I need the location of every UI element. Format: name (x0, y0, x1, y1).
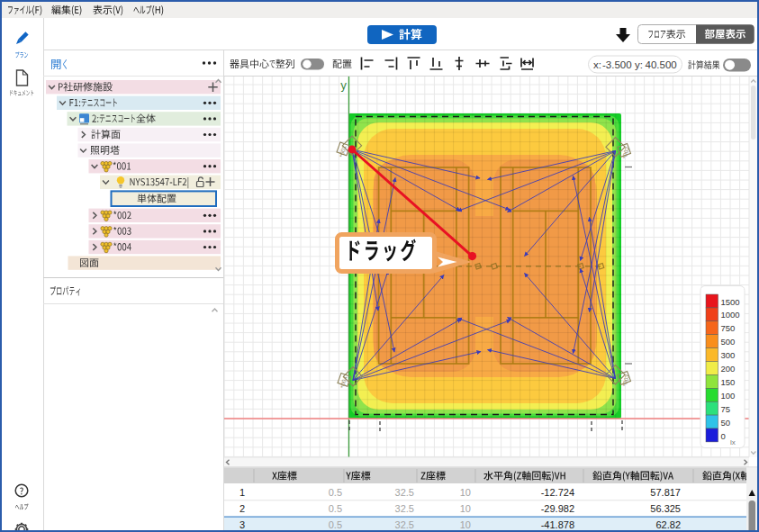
svg-text:0.5: 0.5 (329, 503, 342, 514)
svg-text:10: 10 (460, 519, 471, 530)
svg-text:40.500: 40.500 (646, 59, 677, 70)
svg-text:32.5: 32.5 (395, 503, 414, 514)
svg-text:y: y (340, 80, 347, 93)
svg-text:150: 150 (721, 377, 736, 387)
svg-text:x:: x: (593, 59, 601, 70)
svg-text:0.5: 0.5 (329, 487, 342, 498)
svg-text:1500: 1500 (721, 297, 740, 307)
svg-text:75: 75 (721, 404, 731, 414)
svg-text:100: 100 (721, 391, 736, 401)
svg-text:3: 3 (239, 519, 245, 530)
svg-text:0.5: 0.5 (329, 519, 342, 530)
svg-text:-29.982: -29.982 (541, 503, 574, 514)
svg-text:300: 300 (721, 350, 736, 360)
svg-text:1000: 1000 (721, 310, 740, 320)
svg-text:lx: lx (730, 438, 736, 446)
svg-text:32.5: 32.5 (395, 519, 414, 530)
svg-text:10: 10 (460, 487, 471, 498)
svg-text:y:: y: (635, 59, 643, 70)
svg-text:2: 2 (239, 503, 245, 514)
svg-text:200: 200 (721, 364, 736, 374)
svg-text:56.325: 56.325 (650, 503, 681, 514)
svg-text:0: 0 (721, 431, 726, 441)
svg-text:-3.500: -3.500 (602, 59, 632, 70)
svg-text:-41.878: -41.878 (541, 519, 574, 530)
svg-text:32.5: 32.5 (395, 487, 414, 498)
svg-text:10: 10 (460, 503, 471, 514)
svg-text:62.82: 62.82 (655, 519, 681, 530)
svg-text:500: 500 (721, 337, 736, 347)
svg-text:57.817: 57.817 (650, 487, 681, 498)
svg-text:50: 50 (721, 418, 731, 428)
svg-text:1: 1 (239, 487, 245, 498)
svg-text:750: 750 (721, 323, 736, 333)
svg-text:-12.724: -12.724 (541, 487, 574, 498)
